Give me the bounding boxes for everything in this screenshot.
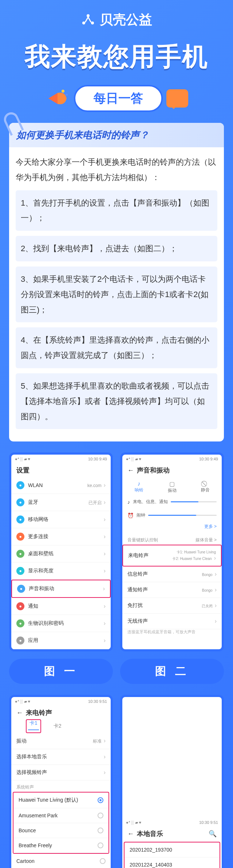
setting-icon: ● [16,533,24,541]
setting-icon: ● [16,619,24,627]
music-file-row[interactable]: 20201224_140403 [125,857,220,868]
settings-row[interactable]: ●声音和振动 [11,580,111,598]
setting-icon: ● [16,498,24,506]
footnote: 连接蓝牙耳机或蓝牙音箱，可放大声音 [122,629,222,638]
screen-title: 声音和振动 [122,462,222,477]
phone-grid-1: ●⁴ ░ ▰ ♥10:30 9:49 设置 ●WLANke.com●蓝牙已开启●… [9,452,224,651]
ringtone-item[interactable]: Huawei Tune Living (默认) [13,793,108,808]
question-banner: 如何更换手机来电话时的铃声？ [9,123,224,147]
radio-icon [98,842,103,848]
step-3: 3、如果手机里安装了2个电话卡，可以为两个电话卡分别设置来电话时的铃声，点击上面… [16,266,217,322]
brand-header: 贝壳公益 [0,0,233,36]
back-icon[interactable] [127,830,134,838]
sound-mode[interactable]: ▢振动 [168,480,177,494]
phone-fig3: ●⁴ ░ ▰ ♥10:30 9:51 来电铃声 卡1 卡2 振动标准选择本地音乐… [9,695,113,868]
settings-row[interactable]: ●移动网络 [11,511,111,528]
sound-setting-row[interactable]: 无线传声 [122,614,222,629]
step-1: 1、首先打开手机的设置，点击【声音和振动】（如图一）； [16,190,217,231]
intro-text: 今天给大家分享一个手机更换来电话时的铃声的方法（以华为手机为例，其他手机方法均相… [16,155,217,185]
sys-ringtone-header: 系统铃声 [11,781,111,792]
sound-setting-row[interactable]: 通知铃声Bongo [122,582,222,598]
radio-icon [98,828,103,833]
fig-labels-1: 图 一 图 二 [9,659,224,684]
ringtone-item[interactable]: Breathe Freely [13,838,108,853]
sim-tabs: 卡1 卡2 [11,719,111,733]
daily-row: 每日一答 [11,85,222,112]
settings-row[interactable]: ●更多连接 [11,528,111,545]
sim-tab-1[interactable]: 卡1 [28,716,39,730]
settings-row[interactable]: ●桌面和壁纸 [11,545,111,563]
ringtone-item[interactable]: Amusement Park [13,808,108,823]
main-title: 我来教您用手机 [7,40,226,74]
screen-title: 设置 [11,462,111,477]
ringtone-item[interactable]: Bounce [13,823,108,838]
radio-icon [98,797,103,803]
svg-point-4 [66,94,68,96]
step-2: 2、找到【来电铃声】，点进去（如图二）； [16,236,217,261]
status-bar: ●⁴ ░ ▰ ♥10:30 9:49 [122,455,222,462]
volume-slider[interactable]: ♪来电、信息、通知 [122,495,222,509]
settings-row[interactable]: ●显示和亮度 [11,563,111,580]
setting-icon: ● [16,515,24,523]
setting-icon: ● [16,481,24,489]
screen-title: 本地音乐🔍 [122,826,222,840]
music-file-row[interactable]: 20201202_193700 [125,842,220,857]
megaphone-icon [45,86,70,111]
sim-tab-2[interactable]: 卡2 [52,719,63,733]
step-5: 5、如果想选择手机里喜欢的歌曲或者视频，可以点击【选择本地音乐】或者【选择视频铃… [16,373,217,429]
sound-setting-row[interactable]: 信息铃声Bongo [122,567,222,582]
sound-modes: ♪响铃▢振动⃠静音 [122,477,222,495]
chat-bubble-icon [166,89,188,108]
status-bar: ●⁴ ░ ▰ ♥10:30 9:51 [122,818,222,826]
radio-icon [98,813,103,818]
ringtone-item[interactable]: Cartoon [11,854,111,868]
back-icon[interactable] [127,467,134,474]
sound-mode[interactable]: ⃠静音 [201,480,210,494]
sim-tab-1-highlight: 卡1 [26,719,41,733]
settings-row[interactable]: ●蓝牙已开启 [11,494,111,511]
settings-row[interactable]: ●应用 [11,632,111,649]
settings-row[interactable]: ●生物识别和密码 [11,615,111,632]
screen-title: 来电铃声 [11,705,111,719]
status-bar: ●⁴ ░ ▰ ♥10:30 9:49 [11,455,111,462]
phone-grid-2: ●⁴ ░ ▰ ♥10:30 9:51 来电铃声 卡1 卡2 振动标准选择本地音乐… [9,695,224,868]
search-icon[interactable]: 🔍 [209,830,217,838]
settings-row[interactable]: ●通知 [11,598,111,615]
setting-icon: ● [16,550,24,558]
sound-mode[interactable]: ♪响铃 [135,480,143,494]
phone-fig2: ●⁴ ░ ▰ ♥10:30 9:49 声音和振动 ♪响铃▢振动⃠静音 ♪来电、信… [120,452,224,651]
ringtone-option-row[interactable]: 振动标准 [11,733,111,749]
sound-setting-row[interactable]: 免打扰已关闭 [122,598,222,614]
sys-ringtone-list-highlight: Huawei Tune Living (默认)Amusement ParkBou… [13,792,109,854]
phone-fig4: ●⁴ ░ ▰ ♥10:30 9:51 本地音乐🔍 20201202_193700… [120,695,224,868]
back-icon[interactable] [16,709,23,717]
volume-slider[interactable]: ⏰闹钟 [122,509,222,522]
step-4: 4、在【系统铃声】里选择喜欢的铃声，点击右侧的小圆点，铃声设置就完成了（如图三）… [16,327,217,368]
ringtone-option-row[interactable]: 选择视频铃声 [11,765,111,781]
fig-label-1: 图 一 [9,659,113,684]
status-bar: ●⁴ ░ ▰ ♥10:30 9:51 [11,697,111,705]
daily-badge: 每日一答 [74,85,163,112]
ringtone-option-row[interactable]: 选择本地音乐 [11,749,111,765]
phone-fig1: ●⁴ ░ ▰ ♥10:30 9:49 设置 ●WLANke.com●蓝牙已开启●… [9,452,113,651]
setting-icon: ● [16,567,24,575]
brand-name: 贝壳公益 [100,11,152,29]
setting-icon: ● [17,585,25,593]
setting-icon: ● [16,602,24,610]
brand-logo-icon [81,13,95,27]
svg-point-0 [87,14,90,17]
content-card: 如何更换手机来电话时的铃声？ 今天给大家分享一个手机更换来电话时的铃声的方法（以… [9,123,224,441]
more-link[interactable]: 更多 > [122,522,222,533]
settings-row[interactable]: ●WLANke.com [11,477,111,494]
fig-label-2: 图 二 [120,659,224,684]
svg-point-3 [62,90,64,93]
setting-icon: ● [16,637,24,645]
section-header: 音量键默认控制媒体音量 > [122,533,222,545]
sound-setting-row[interactable]: 来电铃声卡1: Huawei Tune Living 卡2: Huawei Tu… [122,545,222,567]
local-files-highlight: 20201202_19370020201224_14040320201224_1… [124,842,220,868]
